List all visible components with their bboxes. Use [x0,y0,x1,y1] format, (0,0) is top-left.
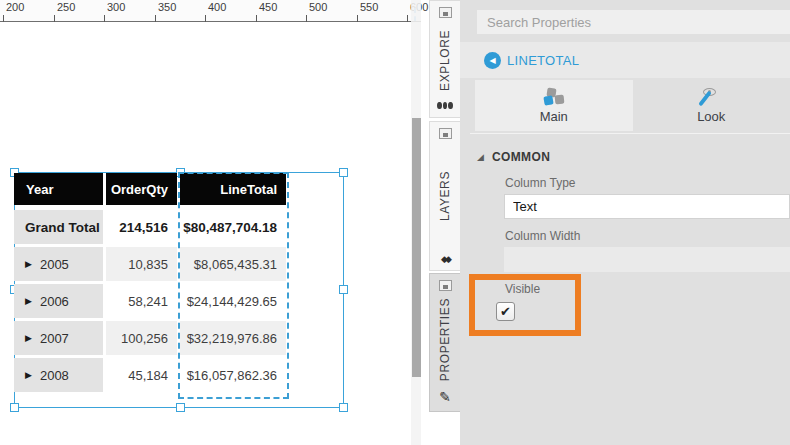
canvas-vertical-scrollbar[interactable] [411,0,421,445]
year-value: 2008 [40,368,69,383]
resize-handle[interactable] [176,403,185,412]
tab-label: LAYERS [438,171,452,221]
resize-handle[interactable] [339,285,348,294]
qty-cell[interactable]: 10,835 [106,247,177,281]
year-value: 2005 [40,257,69,272]
visible-label: Visible [505,282,540,296]
year-cell[interactable]: ▶ 2007 [14,321,103,355]
tab-layers[interactable]: LAYERS ◆◆ [429,121,460,271]
qty-cell[interactable]: 45,184 [106,358,177,392]
divider [470,133,790,134]
grand-total-label-cell[interactable]: Grand Total [14,210,103,244]
back-icon[interactable]: ◀ [484,52,501,69]
grand-total-qty-cell[interactable]: 214,516 [106,210,177,244]
puzzle-icon [543,88,565,106]
eye-brush-icon [700,88,722,106]
expand-row-icon[interactable]: ▶ [25,259,32,269]
section-expander-icon[interactable]: ◢ [477,152,484,162]
panel-window-icon [439,128,452,139]
year-cell[interactable]: ▶ 2005 [14,247,103,281]
expand-row-icon[interactable]: ▶ [25,333,32,343]
tab-properties[interactable]: PROPERTIES ✎ [429,273,460,412]
column-type-label: Column Type [505,176,575,190]
year-cell[interactable]: ▶ 2008 [14,358,103,392]
selected-object-name: LINETOTAL [507,53,579,68]
tab-label: EXPLORE [438,30,452,91]
year-value: 2007 [40,331,69,346]
column-type-field[interactable] [504,194,790,219]
tab-explore[interactable]: EXPLORE [429,0,460,118]
resize-handle[interactable] [10,403,19,412]
properties-panel: ◀ LINETOTAL Main Look ◢ COMMON Column Ty… [460,0,790,445]
properties-pen-icon: ✎ [439,389,451,405]
expand-row-icon[interactable]: ▶ [25,296,32,306]
layers-diamonds-icon: ◆◆ [441,254,449,264]
section-title: COMMON [492,150,550,164]
resize-handle[interactable] [339,403,348,412]
column-width-label: Column Width [505,229,580,243]
horizontal-ruler: 200 250 300 350 400 450 500 550 600 [0,0,421,22]
property-tab-bar: Main Look [475,80,790,131]
linetotal-column-selection [178,172,289,399]
panel-window-icon [439,280,452,291]
scrollbar-thumb[interactable] [412,118,421,377]
selected-object-row: ◀ LINETOTAL [460,42,790,78]
side-tab-strip: EXPLORE LAYERS ◆◆ PROPERTIES ✎ [429,0,460,445]
expand-row-icon[interactable]: ▶ [25,370,32,380]
year-value: 2006 [40,294,69,309]
resize-handle[interactable] [339,168,348,177]
panel-window-icon [439,7,452,18]
search-properties-input[interactable] [477,10,790,34]
tab-label: PROPERTIES [438,298,452,381]
column-header-year[interactable]: Year [14,173,103,205]
column-header-orderqty[interactable]: OrderQty [106,173,177,205]
tab-main-label: Main [540,109,568,124]
qty-cell[interactable]: 100,256 [106,321,177,355]
visible-checkbox[interactable]: ✔ [496,302,515,321]
column-width-field[interactable] [504,247,790,272]
section-common-header[interactable]: ◢ COMMON [477,150,550,164]
tab-look-label: Look [697,109,725,124]
tab-main[interactable]: Main [475,80,633,131]
tab-look[interactable]: Look [633,80,790,131]
qty-cell[interactable]: 58,241 [106,284,177,318]
year-cell[interactable]: ▶ 2006 [14,284,103,318]
design-canvas: 200 250 300 350 400 450 500 550 600 Year… [0,0,421,445]
explore-film-icon [437,102,453,109]
